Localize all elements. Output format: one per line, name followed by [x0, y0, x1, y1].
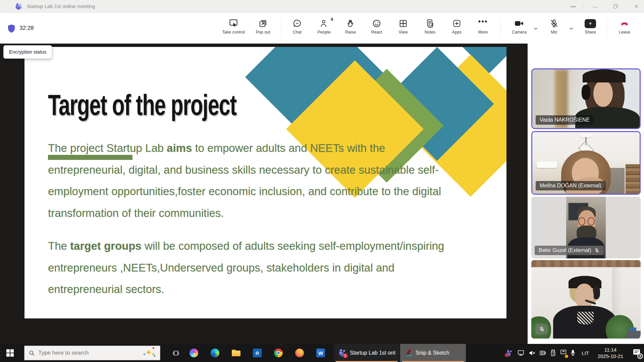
view-grid-icon: [398, 15, 408, 28]
svg-text:T: T: [340, 351, 342, 355]
react-button[interactable]: React: [363, 15, 390, 42]
pop-out-button[interactable]: Pop out: [250, 15, 276, 42]
action-center-button[interactable]: 7: [629, 344, 644, 362]
chat-button[interactable]: Chat: [284, 15, 311, 42]
shared-content-stage: Target of the project The project Startu…: [0, 44, 528, 344]
camera-on-icon: [514, 15, 525, 28]
tray-teams-icon[interactable]: [504, 344, 515, 362]
windows-logo-icon: [6, 349, 14, 357]
pop-out-icon: [258, 15, 268, 28]
mic-muted-icon: [539, 326, 545, 333]
more-button[interactable]: ••• More: [470, 15, 496, 42]
word-icon: W: [316, 349, 325, 357]
taskbar-app-word[interactable]: W: [315, 344, 326, 362]
slide-paragraph-1: The project Startup Lab aims to empower …: [48, 137, 494, 224]
share-button[interactable]: Share: [579, 15, 602, 42]
participant-tile-unnamed[interactable]: [531, 260, 641, 339]
slide-paragraph-2: The target groups will be composed of ad…: [48, 235, 494, 300]
tray-clock[interactable]: 11:14 2025-10-21: [593, 344, 628, 362]
teams-notification-badge: 5: [343, 353, 348, 358]
mic-muted-indicator: [535, 324, 548, 335]
edge-icon: [211, 349, 219, 357]
outlook-icon: o: [253, 349, 262, 357]
taskbar-app-edge[interactable]: [210, 344, 220, 362]
taskbar-window-snip-sketch[interactable]: Snip & Sketch: [400, 344, 466, 362]
tray-volume-muted-icon[interactable]: [527, 344, 537, 362]
more-dots-icon: •••: [478, 15, 488, 28]
task-view-button[interactable]: [170, 344, 181, 362]
participants-panel: Vaida NAKROŠIENĖ Meliha DOĞAN (External): [528, 44, 644, 344]
mic-options-chevron-icon[interactable]: [568, 25, 576, 33]
encryption-status-tooltip: Encryption status: [3, 45, 52, 59]
window-titlebar: T Startup Lab 1st online meeting ••• — ✕: [0, 0, 644, 13]
take-control-button[interactable]: Take control: [217, 15, 250, 42]
slide-title: Target of the project: [48, 88, 236, 122]
encryption-shield-icon[interactable]: [7, 24, 15, 33]
air-conditioner: [537, 162, 557, 168]
camera-options-chevron-icon[interactable]: [533, 25, 540, 33]
copilot-icon: [190, 349, 198, 357]
taskbar-app-firefox[interactable]: [294, 344, 305, 362]
notes-button[interactable]: Notes: [417, 15, 443, 42]
window-title: Startup Lab 1st online meeting: [27, 3, 95, 9]
tray-camera-icon[interactable]: [537, 344, 548, 362]
bookshelf: [626, 164, 640, 194]
firefox-icon: [295, 349, 304, 357]
taskbar-app-outlook[interactable]: o: [252, 344, 263, 362]
raise-hand-icon: [346, 15, 355, 28]
window-close-icon[interactable]: ✕: [629, 0, 644, 13]
people-button[interactable]: 4 People: [311, 15, 337, 42]
chat-icon: [292, 15, 302, 28]
window-more-icon[interactable]: •••: [566, 0, 581, 13]
windows-taskbar: ✦ ✦ ✦ o: [0, 344, 644, 362]
tray-date: 2025-10-21: [598, 353, 624, 359]
tray-microphone-icon[interactable]: [568, 344, 578, 362]
tray-display-icon[interactable]: [516, 344, 526, 362]
participant-tile-meliha[interactable]: Meliha DOĞAN (External): [531, 131, 641, 195]
camera-button[interactable]: Camera: [507, 15, 531, 42]
taskbar-search[interactable]: ✦ ✦ ✦: [24, 346, 160, 360]
window-restore-icon[interactable]: [608, 0, 623, 13]
taskbar-window-teams[interactable]: T 5 Startup Lab 1st onli...: [334, 344, 399, 362]
leave-button[interactable]: Leave: [611, 15, 638, 42]
taskbar-app-chrome[interactable]: [273, 344, 284, 362]
apps-button[interactable]: Apps: [443, 15, 470, 42]
search-icon: [29, 350, 35, 356]
svg-text:T: T: [16, 6, 18, 9]
screen: T Startup Lab 1st online meeting ••• — ✕…: [0, 0, 644, 362]
tray-language-indicator[interactable]: LIT: [579, 344, 592, 362]
chrome-icon: [274, 349, 283, 357]
participant-name-label: Vaida NAKROŠIENĖ: [536, 115, 594, 125]
titlebar-divider: [583, 3, 583, 10]
mic-muted-icon: [594, 248, 600, 253]
headset-earcup: [593, 286, 600, 299]
toolbar-separator: [500, 19, 501, 38]
teams-taskbar-icon: T 5: [338, 349, 346, 357]
tray-usb-icon[interactable]: [548, 344, 558, 362]
start-button[interactable]: [0, 344, 20, 362]
toolbar-separator: [606, 19, 607, 38]
headphone-earcup: [582, 85, 590, 100]
participant-tile-bekir[interactable]: Bekir Guzel (External): [531, 197, 641, 258]
person-face: [575, 284, 593, 309]
mic-muted-icon: [549, 15, 559, 28]
notification-count-badge: 7: [637, 353, 643, 359]
search-input[interactable]: [38, 350, 139, 356]
person-face: [593, 80, 613, 107]
take-control-icon: [228, 15, 238, 28]
headphone-band: [583, 69, 626, 82]
participant-tile-vaida[interactable]: Vaida NAKROŠIENĖ: [531, 68, 641, 129]
task-view-icon: [172, 350, 179, 357]
leave-call-icon: [620, 15, 630, 28]
search-highlights-icon: ✦ ✦ ✦: [143, 347, 156, 359]
taskbar-app-file-explorer[interactable]: [231, 344, 241, 362]
mic-button[interactable]: Mic: [544, 15, 564, 42]
window-minimize-icon[interactable]: —: [588, 0, 603, 13]
toolbar-separator: [281, 19, 281, 38]
participant-name-label: Meliha DOĞAN (External): [536, 181, 605, 190]
react-smiley-icon: [372, 15, 381, 28]
apps-plus-icon: [452, 15, 462, 28]
view-button[interactable]: View: [390, 15, 417, 42]
taskbar-app-copilot[interactable]: [189, 344, 199, 362]
raise-hand-button[interactable]: Raise: [337, 15, 364, 42]
